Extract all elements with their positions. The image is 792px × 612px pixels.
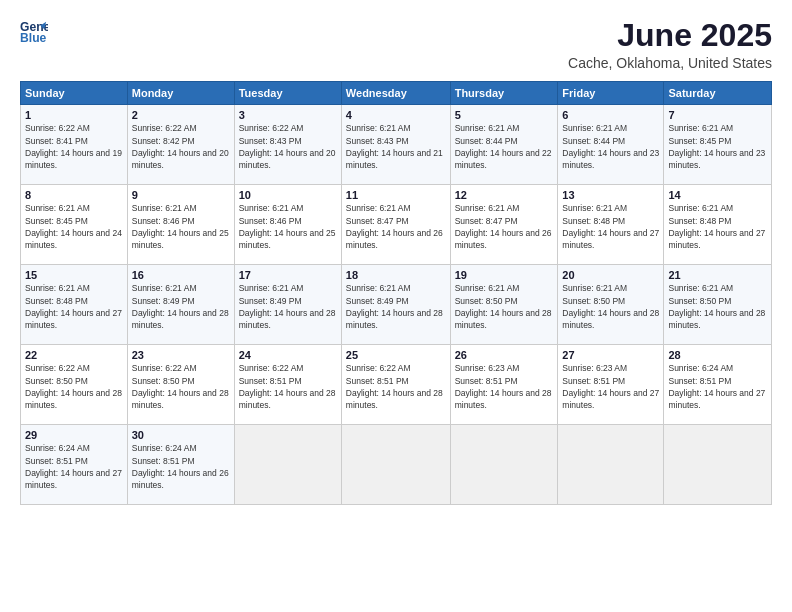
- calendar-cell: 2Sunrise: 6:22 AMSunset: 8:42 PMDaylight…: [127, 105, 234, 185]
- day-number: 18: [346, 269, 446, 281]
- day-number: 30: [132, 429, 230, 441]
- day-info: Sunrise: 6:24 AMSunset: 8:51 PMDaylight:…: [25, 442, 123, 491]
- day-info: Sunrise: 6:22 AMSunset: 8:43 PMDaylight:…: [239, 122, 337, 171]
- day-number: 16: [132, 269, 230, 281]
- day-number: 3: [239, 109, 337, 121]
- day-header-sunday: Sunday: [21, 82, 128, 105]
- day-number: 27: [562, 349, 659, 361]
- day-info: Sunrise: 6:22 AMSunset: 8:51 PMDaylight:…: [239, 362, 337, 411]
- day-header-thursday: Thursday: [450, 82, 558, 105]
- calendar-cell: 19Sunrise: 6:21 AMSunset: 8:50 PMDayligh…: [450, 265, 558, 345]
- day-number: 10: [239, 189, 337, 201]
- calendar-cell: 30Sunrise: 6:24 AMSunset: 8:51 PMDayligh…: [127, 425, 234, 505]
- day-info: Sunrise: 6:21 AMSunset: 8:48 PMDaylight:…: [25, 282, 123, 331]
- day-number: 9: [132, 189, 230, 201]
- subtitle: Cache, Oklahoma, United States: [568, 55, 772, 71]
- day-number: 1: [25, 109, 123, 121]
- day-number: 17: [239, 269, 337, 281]
- day-info: Sunrise: 6:21 AMSunset: 8:47 PMDaylight:…: [455, 202, 554, 251]
- day-number: 24: [239, 349, 337, 361]
- day-info: Sunrise: 6:21 AMSunset: 8:48 PMDaylight:…: [668, 202, 767, 251]
- calendar-cell: 26Sunrise: 6:23 AMSunset: 8:51 PMDayligh…: [450, 345, 558, 425]
- calendar-cell: 28Sunrise: 6:24 AMSunset: 8:51 PMDayligh…: [664, 345, 772, 425]
- day-number: 13: [562, 189, 659, 201]
- day-info: Sunrise: 6:21 AMSunset: 8:45 PMDaylight:…: [25, 202, 123, 251]
- day-info: Sunrise: 6:21 AMSunset: 8:50 PMDaylight:…: [562, 282, 659, 331]
- calendar-cell: 16Sunrise: 6:21 AMSunset: 8:49 PMDayligh…: [127, 265, 234, 345]
- logo-icon: General Blue: [20, 18, 48, 46]
- calendar-cell: 25Sunrise: 6:22 AMSunset: 8:51 PMDayligh…: [341, 345, 450, 425]
- day-info: Sunrise: 6:21 AMSunset: 8:46 PMDaylight:…: [132, 202, 230, 251]
- calendar: SundayMondayTuesdayWednesdayThursdayFrid…: [20, 81, 772, 505]
- day-info: Sunrise: 6:22 AMSunset: 8:50 PMDaylight:…: [132, 362, 230, 411]
- calendar-cell: 15Sunrise: 6:21 AMSunset: 8:48 PMDayligh…: [21, 265, 128, 345]
- day-info: Sunrise: 6:21 AMSunset: 8:49 PMDaylight:…: [239, 282, 337, 331]
- day-number: 12: [455, 189, 554, 201]
- calendar-cell: 29Sunrise: 6:24 AMSunset: 8:51 PMDayligh…: [21, 425, 128, 505]
- day-info: Sunrise: 6:21 AMSunset: 8:44 PMDaylight:…: [562, 122, 659, 171]
- calendar-cell: 12Sunrise: 6:21 AMSunset: 8:47 PMDayligh…: [450, 185, 558, 265]
- day-info: Sunrise: 6:21 AMSunset: 8:48 PMDaylight:…: [562, 202, 659, 251]
- day-info: Sunrise: 6:21 AMSunset: 8:43 PMDaylight:…: [346, 122, 446, 171]
- calendar-cell: 3Sunrise: 6:22 AMSunset: 8:43 PMDaylight…: [234, 105, 341, 185]
- day-number: 11: [346, 189, 446, 201]
- calendar-cell: 9Sunrise: 6:21 AMSunset: 8:46 PMDaylight…: [127, 185, 234, 265]
- day-info: Sunrise: 6:21 AMSunset: 8:44 PMDaylight:…: [455, 122, 554, 171]
- day-number: 21: [668, 269, 767, 281]
- day-number: 29: [25, 429, 123, 441]
- day-number: 4: [346, 109, 446, 121]
- calendar-cell: 1Sunrise: 6:22 AMSunset: 8:41 PMDaylight…: [21, 105, 128, 185]
- calendar-cell: 22Sunrise: 6:22 AMSunset: 8:50 PMDayligh…: [21, 345, 128, 425]
- calendar-cell: 8Sunrise: 6:21 AMSunset: 8:45 PMDaylight…: [21, 185, 128, 265]
- day-header-saturday: Saturday: [664, 82, 772, 105]
- day-number: 5: [455, 109, 554, 121]
- svg-text:Blue: Blue: [20, 31, 47, 45]
- day-header-tuesday: Tuesday: [234, 82, 341, 105]
- day-number: 19: [455, 269, 554, 281]
- day-number: 2: [132, 109, 230, 121]
- day-number: 25: [346, 349, 446, 361]
- day-number: 20: [562, 269, 659, 281]
- main-title: June 2025: [568, 18, 772, 53]
- calendar-cell: 24Sunrise: 6:22 AMSunset: 8:51 PMDayligh…: [234, 345, 341, 425]
- page: General Blue June 2025 Cache, Oklahoma, …: [0, 0, 792, 612]
- logo: General Blue: [20, 18, 48, 46]
- calendar-cell: 10Sunrise: 6:21 AMSunset: 8:46 PMDayligh…: [234, 185, 341, 265]
- day-header-wednesday: Wednesday: [341, 82, 450, 105]
- day-info: Sunrise: 6:21 AMSunset: 8:46 PMDaylight:…: [239, 202, 337, 251]
- calendar-cell: [341, 425, 450, 505]
- calendar-cell: 14Sunrise: 6:21 AMSunset: 8:48 PMDayligh…: [664, 185, 772, 265]
- calendar-cell: 6Sunrise: 6:21 AMSunset: 8:44 PMDaylight…: [558, 105, 664, 185]
- calendar-cell: 20Sunrise: 6:21 AMSunset: 8:50 PMDayligh…: [558, 265, 664, 345]
- day-header-monday: Monday: [127, 82, 234, 105]
- day-info: Sunrise: 6:21 AMSunset: 8:47 PMDaylight:…: [346, 202, 446, 251]
- calendar-cell: [234, 425, 341, 505]
- day-info: Sunrise: 6:22 AMSunset: 8:50 PMDaylight:…: [25, 362, 123, 411]
- day-number: 15: [25, 269, 123, 281]
- calendar-cell: 23Sunrise: 6:22 AMSunset: 8:50 PMDayligh…: [127, 345, 234, 425]
- day-number: 8: [25, 189, 123, 201]
- day-info: Sunrise: 6:22 AMSunset: 8:41 PMDaylight:…: [25, 122, 123, 171]
- day-info: Sunrise: 6:22 AMSunset: 8:42 PMDaylight:…: [132, 122, 230, 171]
- day-info: Sunrise: 6:21 AMSunset: 8:45 PMDaylight:…: [668, 122, 767, 171]
- day-info: Sunrise: 6:24 AMSunset: 8:51 PMDaylight:…: [132, 442, 230, 491]
- calendar-cell: 4Sunrise: 6:21 AMSunset: 8:43 PMDaylight…: [341, 105, 450, 185]
- day-number: 14: [668, 189, 767, 201]
- title-block: June 2025 Cache, Oklahoma, United States: [568, 18, 772, 71]
- day-info: Sunrise: 6:23 AMSunset: 8:51 PMDaylight:…: [562, 362, 659, 411]
- calendar-cell: 27Sunrise: 6:23 AMSunset: 8:51 PMDayligh…: [558, 345, 664, 425]
- day-info: Sunrise: 6:22 AMSunset: 8:51 PMDaylight:…: [346, 362, 446, 411]
- day-number: 28: [668, 349, 767, 361]
- day-info: Sunrise: 6:24 AMSunset: 8:51 PMDaylight:…: [668, 362, 767, 411]
- day-number: 6: [562, 109, 659, 121]
- day-info: Sunrise: 6:21 AMSunset: 8:50 PMDaylight:…: [455, 282, 554, 331]
- calendar-cell: 18Sunrise: 6:21 AMSunset: 8:49 PMDayligh…: [341, 265, 450, 345]
- calendar-cell: 13Sunrise: 6:21 AMSunset: 8:48 PMDayligh…: [558, 185, 664, 265]
- day-info: Sunrise: 6:21 AMSunset: 8:50 PMDaylight:…: [668, 282, 767, 331]
- day-number: 26: [455, 349, 554, 361]
- day-number: 7: [668, 109, 767, 121]
- calendar-cell: 21Sunrise: 6:21 AMSunset: 8:50 PMDayligh…: [664, 265, 772, 345]
- calendar-cell: [664, 425, 772, 505]
- calendar-cell: 5Sunrise: 6:21 AMSunset: 8:44 PMDaylight…: [450, 105, 558, 185]
- calendar-cell: 17Sunrise: 6:21 AMSunset: 8:49 PMDayligh…: [234, 265, 341, 345]
